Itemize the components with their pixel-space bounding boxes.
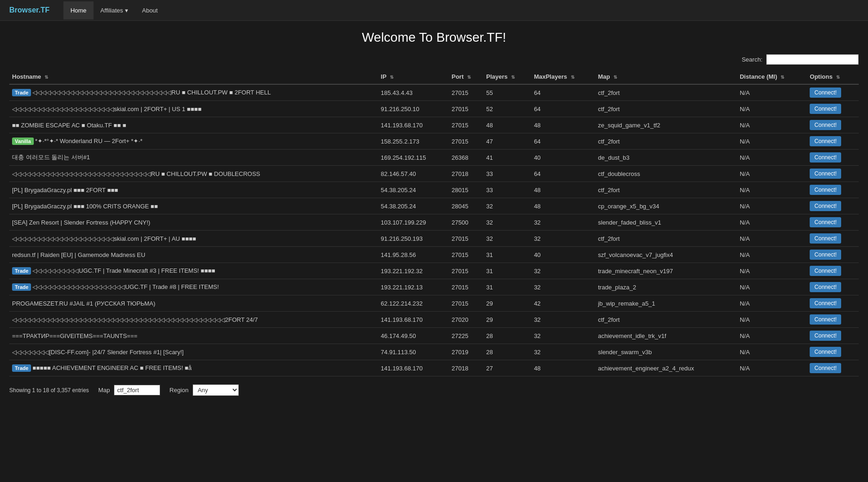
cell-ip: 54.38.205.24 bbox=[378, 182, 449, 198]
cell-distance: N/A bbox=[737, 360, 807, 376]
cell-players: 29 bbox=[483, 295, 531, 312]
cell-hostname: Vanilla*✦·*°✦·* Wonderland RU — 2Fort+ *… bbox=[9, 133, 378, 150]
col-distance[interactable]: Distance (MI) ⇅ bbox=[737, 69, 807, 84]
cell-port: 27225 bbox=[449, 328, 483, 344]
cell-players: 32 bbox=[483, 214, 531, 231]
cell-map: achievement_engineer_a2_4_redux bbox=[595, 360, 737, 376]
connect-button[interactable]: Connect! bbox=[810, 233, 841, 244]
map-filter: Map bbox=[98, 385, 160, 395]
connect-button[interactable]: Connect! bbox=[810, 185, 841, 195]
cell-hostname: ◁◁◁◁◁◁◁◁◁◁◁◁◁◁◁◁◁◁◁◁◁◁skial.com | 2FORT+… bbox=[9, 231, 378, 247]
connect-button[interactable]: Connect! bbox=[810, 314, 841, 325]
connect-button[interactable]: Connect! bbox=[810, 136, 841, 146]
cell-hostname: [PL] BrygadaGraczy.pl ■■■ 100% CRITS ORA… bbox=[9, 198, 378, 214]
cell-players: 41 bbox=[483, 150, 531, 166]
cell-options: Connect! bbox=[807, 166, 859, 182]
table-row: Vanilla*✦·*°✦·* Wonderland RU — 2Fort+ *… bbox=[9, 133, 859, 150]
col-map[interactable]: Map ⇅ bbox=[595, 69, 737, 84]
map-filter-input[interactable] bbox=[114, 385, 160, 395]
server-hostname: ■■ ZOMBIE ESCAPE AC ■ Otaku.TF ■■ ■ bbox=[12, 122, 126, 129]
cell-maxplayers: 64 bbox=[531, 166, 595, 182]
col-port[interactable]: Port ⇅ bbox=[449, 69, 483, 84]
sort-port-icon: ⇅ bbox=[467, 75, 471, 80]
nav-home[interactable]: Home bbox=[63, 1, 94, 19]
table-header-row: Hostname ⇅ IP ⇅ Port ⇅ Players ⇅ bbox=[9, 69, 859, 84]
cell-options: Connect! bbox=[807, 328, 859, 344]
col-ip[interactable]: IP ⇅ bbox=[378, 69, 449, 84]
cell-distance: N/A bbox=[737, 263, 807, 279]
cell-port: 27015 bbox=[449, 263, 483, 279]
connect-button[interactable]: Connect! bbox=[810, 298, 841, 308]
cell-map: de_dust_b3 bbox=[595, 150, 737, 166]
server-hostname: [PL] BrygadaGraczy.pl ■■■ 100% CRITS ORA… bbox=[12, 203, 158, 210]
table-row: Trade◁◁◁◁◁◁◁◁◁◁◁◁◁◁◁◁◁◁◁◁◁◁◁◁◁◁◁◁◁◁RU ■ … bbox=[9, 84, 859, 101]
cell-ip: 62.122.214.232 bbox=[378, 295, 449, 312]
nav-about[interactable]: About bbox=[135, 1, 165, 19]
cell-options: Connect! bbox=[807, 150, 859, 166]
cell-distance: N/A bbox=[737, 295, 807, 312]
col-hostname[interactable]: Hostname ⇅ bbox=[9, 69, 378, 84]
cell-options: Connect! bbox=[807, 231, 859, 247]
connect-button[interactable]: Connect! bbox=[810, 282, 841, 292]
col-options[interactable]: Options ⇅ bbox=[807, 69, 859, 84]
cell-ip: 74.91.113.50 bbox=[378, 344, 449, 360]
search-input[interactable] bbox=[766, 54, 859, 65]
cell-hostname: [PL] BrygadaGraczy.pl ■■■ 2FORT ■■■ bbox=[9, 182, 378, 198]
cell-ip: 91.216.250.10 bbox=[378, 101, 449, 117]
sort-distance-icon: ⇅ bbox=[781, 75, 784, 80]
col-maxplayers[interactable]: MaxPlayers ⇅ bbox=[531, 69, 595, 84]
cell-distance: N/A bbox=[737, 117, 807, 133]
cell-distance: N/A bbox=[737, 231, 807, 247]
connect-button[interactable]: Connect! bbox=[810, 331, 841, 341]
col-players[interactable]: Players ⇅ bbox=[483, 69, 531, 84]
cell-port: 27019 bbox=[449, 344, 483, 360]
region-select[interactable]: AnyUS EastUS WestEUAsiaAustraliaSouth Am… bbox=[193, 384, 239, 396]
connect-button[interactable]: Connect! bbox=[810, 120, 841, 130]
cell-options: Connect! bbox=[807, 182, 859, 198]
connect-button[interactable]: Connect! bbox=[810, 104, 841, 114]
connect-button[interactable]: Connect! bbox=[810, 169, 841, 179]
cell-hostname: redsun.tf | Raiden [EU] | Gamemode Madne… bbox=[9, 247, 378, 263]
connect-button[interactable]: Connect! bbox=[810, 250, 841, 260]
cell-distance: N/A bbox=[737, 328, 807, 344]
connect-button[interactable]: Connect! bbox=[810, 152, 841, 163]
connect-button[interactable]: Connect! bbox=[810, 363, 841, 373]
cell-hostname: Trade◁◁◁◁◁◁◁◁◁◁◁◁◁◁◁◁◁◁◁◁◁◁◁◁◁◁◁◁◁◁RU ■ … bbox=[9, 84, 378, 101]
server-badge: Trade bbox=[12, 89, 31, 96]
cell-players: 32 bbox=[483, 231, 531, 247]
sort-options-icon: ⇅ bbox=[836, 75, 840, 80]
cell-players: 31 bbox=[483, 263, 531, 279]
cell-maxplayers: 32 bbox=[531, 263, 595, 279]
cell-distance: N/A bbox=[737, 182, 807, 198]
sort-maxplayers-icon: ⇅ bbox=[571, 75, 575, 80]
server-hostname: ◁◁◁◁◁◁◁◁◁◁◁◁◁◁◁◁◁◁◁◁◁◁skial.com | 2FORT+… bbox=[12, 106, 201, 113]
cell-players: 28 bbox=[483, 328, 531, 344]
cell-options: Connect! bbox=[807, 312, 859, 328]
cell-maxplayers: 64 bbox=[531, 133, 595, 150]
cell-ip: 141.95.28.56 bbox=[378, 247, 449, 263]
server-hostname: ◁◁◁◁◁◁◁◁[DISC-FF.com]- |24/7 Slender For… bbox=[12, 349, 184, 356]
connect-button[interactable]: Connect! bbox=[810, 266, 841, 276]
cell-map: ctf_2fort bbox=[595, 312, 737, 328]
nav-affiliates[interactable]: Affiliates ▾ bbox=[94, 1, 135, 19]
brand-logo[interactable]: Browser.TF bbox=[5, 6, 54, 14]
table-row: [SEA] Zen Resort | Slender Fortress (HAP… bbox=[9, 214, 859, 231]
cell-hostname: ◁◁◁◁◁◁◁◁◁◁◁◁◁◁◁◁◁◁◁◁◁◁◁◁◁◁◁◁◁◁◁◁◁◁◁◁◁◁◁◁… bbox=[9, 312, 378, 328]
connect-button[interactable]: Connect! bbox=[810, 88, 841, 98]
cell-ip: 54.38.205.24 bbox=[378, 198, 449, 214]
cell-map: jb_wip_remake_a5_1 bbox=[595, 295, 737, 312]
connect-button[interactable]: Connect! bbox=[810, 347, 841, 357]
cell-map: trade_plaza_2 bbox=[595, 279, 737, 295]
chevron-down-icon: ▾ bbox=[125, 7, 128, 14]
cell-map: ctf_2fort bbox=[595, 133, 737, 150]
server-hostname: [SEA] Zen Resort | Slender Fortress (HAP… bbox=[12, 219, 150, 226]
table-row: ◁◁◁◁◁◁◁◁◁◁◁◁◁◁◁◁◁◁◁◁◁◁skial.com | 2FORT+… bbox=[9, 101, 859, 117]
cell-maxplayers: 48 bbox=[531, 360, 595, 376]
cell-players: 48 bbox=[483, 117, 531, 133]
server-hostname: ◁◁◁◁◁◁◁◁◁◁UGC.TF | Trade Minecraft #3 | … bbox=[32, 267, 215, 274]
cell-ip: 185.43.4.43 bbox=[378, 84, 449, 101]
cell-hostname: ■■ ZOMBIE ESCAPE AC ■ Otaku.TF ■■ ■ bbox=[9, 117, 378, 133]
connect-button[interactable]: Connect! bbox=[810, 217, 841, 227]
cell-players: 47 bbox=[483, 133, 531, 150]
connect-button[interactable]: Connect! bbox=[810, 201, 841, 211]
